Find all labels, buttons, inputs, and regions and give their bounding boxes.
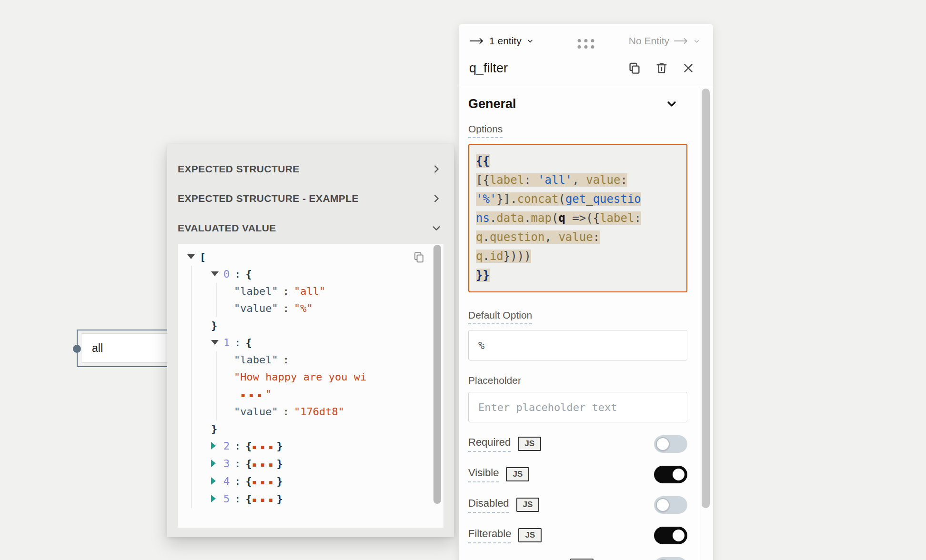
triangle-collapsed-icon[interactable] (211, 473, 223, 490)
visible-label: Visible (468, 467, 499, 482)
json-entry-row: "value":"%" (234, 300, 437, 317)
json-entry-row: "label": (234, 351, 437, 369)
triangle-expanded-icon[interactable] (187, 249, 200, 266)
json-string-wrap-line: ▪▪▪" (234, 386, 437, 403)
visible-toggle[interactable] (654, 466, 687, 483)
disabled-label: Disabled (468, 497, 509, 513)
chevron-down-icon (431, 223, 442, 233)
json-string-wrap-line: "How happy are you wi (234, 369, 437, 386)
collapsed-ellipsis[interactable]: ▪▪▪ (252, 477, 277, 487)
filterable-toggle[interactable] (654, 527, 687, 544)
default-option-label: Default Option (468, 310, 532, 324)
disabled-js-badge[interactable]: JS (516, 498, 540, 512)
widget-name[interactable]: q_filter (469, 61, 627, 76)
disabled-toggle[interactable] (654, 496, 687, 514)
triangle-expanded-icon[interactable] (211, 334, 223, 351)
incoming-entities-label: 1 entity (489, 35, 522, 47)
placeholder-input[interactable] (468, 392, 687, 422)
filterable-js-badge[interactable]: JS (518, 528, 542, 542)
section-title: EXPECTED STRUCTURE (178, 163, 300, 175)
divider (459, 86, 713, 86)
default-option-input[interactable] (468, 330, 687, 360)
outgoing-entities-label: No Entity (629, 35, 669, 47)
evaluated-value-json-tree: [ 0:{ "label":"all" "value":"%" } 1:{ "l… (178, 244, 443, 528)
outgoing-entities-dropdown[interactable]: No Entity (629, 35, 700, 47)
entity-navigation-row: 1 entity No Entity (459, 24, 713, 51)
json-entry-row: "label":"all" (234, 283, 437, 300)
section-title: General (468, 97, 516, 111)
json-item-row: 0:{ (211, 266, 437, 283)
long-arrow-right-icon (469, 37, 484, 45)
chevron-down-icon (526, 37, 534, 45)
string-ellipsis[interactable]: ▪▪▪ (241, 390, 265, 400)
widget-resize-handle[interactable] (73, 345, 81, 353)
server-side-filtering-label: Server Side Filtering (468, 558, 563, 560)
server-side-filtering-toggle[interactable] (654, 557, 687, 560)
required-js-badge[interactable]: JS (518, 437, 541, 451)
incoming-entities-dropdown[interactable]: 1 entity (469, 35, 534, 47)
json-close-row: } (211, 420, 437, 438)
copy-icon[interactable] (627, 61, 642, 75)
binding-expression: {{ [{label: 'all', value: '%'}].concat(g… (476, 154, 641, 282)
widget-title-row: q_filter (459, 51, 713, 80)
panel-scrollbar-thumb[interactable] (702, 89, 710, 508)
copy-icon[interactable] (413, 250, 425, 263)
filterable-toggle-row: Filterable JS (468, 526, 687, 544)
json-item-row-collapsed: 3:{▪▪▪} (211, 455, 437, 473)
options-label: Options (468, 123, 503, 138)
evaluated-value-section[interactable]: EVALUATED VALUE (178, 213, 443, 243)
json-bracket: [ (200, 251, 206, 263)
required-label: Required (468, 436, 511, 452)
close-icon[interactable] (682, 61, 695, 75)
triangle-collapsed-icon[interactable] (211, 438, 223, 455)
general-section-header[interactable]: General (468, 92, 687, 116)
filterable-label: Filterable (468, 528, 511, 543)
chevron-down-icon (665, 98, 678, 110)
collapsed-ellipsis[interactable]: ▪▪▪ (252, 495, 277, 504)
required-toggle-row: Required JS (468, 435, 687, 453)
section-title: EXPECTED STRUCTURE - EXAMPLE (178, 193, 359, 204)
expected-structure-section[interactable]: EXPECTED STRUCTURE (178, 154, 443, 184)
disabled-toggle-row: Disabled JS (468, 496, 687, 514)
json-item-row-collapsed: 4:{▪▪▪} (211, 473, 437, 490)
chevron-right-icon (431, 164, 442, 174)
section-title: EVALUATED VALUE (178, 222, 276, 234)
json-root-row: [ (187, 249, 437, 266)
triangle-collapsed-icon[interactable] (211, 490, 223, 508)
server-side-filtering-toggle-row: Server Side Filtering JS (468, 557, 687, 560)
binding-help-popup: EXPECTED STRUCTURE EXPECTED STRUCTURE - … (167, 144, 454, 537)
options-code-editor[interactable]: {{ [{label: 'all', value: '%'}].concat(g… (468, 144, 687, 292)
select-widget-value: all (92, 342, 103, 355)
chevron-down-icon (693, 38, 700, 45)
pane-drag-handle-icon[interactable] (578, 39, 594, 49)
tree-scrollbar-thumb[interactable] (433, 245, 441, 504)
placeholder-label: Placeholder (468, 375, 521, 386)
collapsed-ellipsis[interactable]: ▪▪▪ (252, 460, 277, 469)
chevron-right-icon (431, 193, 442, 204)
visible-toggle-row: Visible JS (468, 465, 687, 483)
visible-js-badge[interactable]: JS (506, 467, 529, 481)
collapsed-ellipsis[interactable]: ▪▪▪ (252, 442, 277, 451)
required-toggle[interactable] (654, 435, 687, 453)
triangle-collapsed-icon[interactable] (211, 455, 223, 472)
json-item-row-collapsed: 2:{▪▪▪} (211, 438, 437, 455)
trash-icon[interactable] (654, 61, 669, 75)
expected-structure-example-section[interactable]: EXPECTED STRUCTURE - EXAMPLE (178, 184, 443, 213)
property-pane: 1 entity No Entity q_filter (459, 24, 713, 560)
json-entry-row: "value":"176dt8" (234, 403, 437, 420)
json-item-row: 1:{ (211, 334, 437, 351)
json-item-row-collapsed: 5:{▪▪▪} (211, 490, 437, 508)
long-arrow-right-icon (674, 37, 689, 45)
triangle-expanded-icon[interactable] (211, 266, 223, 283)
json-close-row: } (211, 317, 437, 334)
